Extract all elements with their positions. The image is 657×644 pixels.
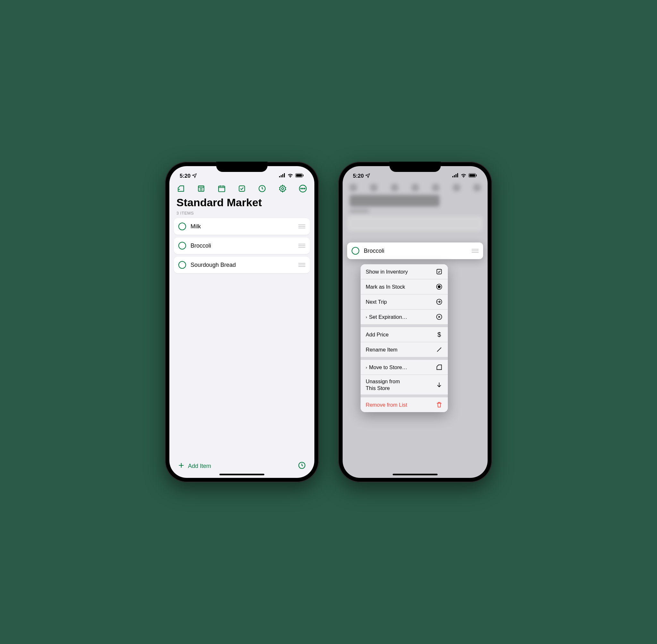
trash-icon	[436, 401, 443, 408]
location-icon	[365, 173, 370, 180]
svg-rect-2	[282, 174, 283, 177]
check-circle-icon[interactable]	[178, 223, 186, 230]
svg-rect-18	[454, 175, 455, 177]
x-circle-icon	[436, 313, 443, 320]
history-icon[interactable]	[298, 461, 306, 471]
menu-show-inventory[interactable]: Show in Inventory	[361, 264, 448, 279]
cellular-icon	[452, 173, 459, 179]
screen-left: 5:20	[169, 166, 314, 478]
svg-point-26	[438, 285, 440, 288]
items-list: Milk Broccoli Sourdough Bread	[169, 218, 314, 276]
add-item-label: Add Item	[188, 463, 211, 469]
dollar-icon: $	[436, 331, 443, 338]
menu-label: Mark as In Stock	[366, 284, 405, 290]
svg-rect-3	[284, 173, 285, 177]
menu-add-price[interactable]: Add Price $	[361, 327, 448, 342]
list-item[interactable]: Milk	[174, 218, 310, 235]
status-time: 5:20	[353, 173, 364, 179]
inventory-icon	[436, 268, 443, 275]
menu-unassign[interactable]: Unassign from This Store	[361, 375, 448, 395]
svg-rect-24	[437, 269, 442, 274]
arrow-circle-icon	[436, 298, 443, 305]
list-item[interactable]: Broccoli	[174, 237, 310, 254]
status-time: 5:20	[180, 173, 190, 179]
screen-right: 5:20 Broccoli Show in Inventory	[343, 166, 488, 478]
svg-rect-19	[456, 174, 456, 177]
items-count: 3 ITEMS	[169, 211, 314, 218]
svg-rect-8	[219, 186, 225, 191]
svg-point-11	[281, 188, 284, 190]
context-menu: Show in Inventory Mark as In Stock Next …	[361, 264, 448, 412]
svg-rect-1	[281, 175, 282, 177]
menu-label: Add Price	[366, 331, 389, 338]
drag-handle-icon[interactable]	[298, 244, 305, 248]
chevron-right-icon: ›	[366, 315, 367, 319]
checkbox-icon[interactable]	[237, 184, 246, 193]
page-title: Standard Market	[169, 196, 314, 211]
wifi-icon	[461, 173, 467, 179]
svg-point-14	[302, 188, 303, 189]
home-indicator[interactable]	[220, 474, 264, 475]
svg-rect-5	[296, 174, 302, 177]
svg-rect-22	[469, 174, 475, 177]
chevron-right-icon: ›	[366, 365, 367, 370]
menu-divider	[361, 325, 448, 327]
phone-frame-left: 5:20	[165, 162, 319, 482]
pencil-icon	[436, 346, 443, 353]
list-item[interactable]: Sourdough Bread	[174, 257, 310, 273]
item-label: Sourdough Bread	[190, 262, 294, 269]
item-label: Broccoli	[190, 243, 294, 249]
home-indicator[interactable]	[393, 474, 437, 475]
list-icon[interactable]	[197, 184, 206, 193]
battery-icon	[295, 173, 304, 179]
item-label: Milk	[190, 223, 294, 230]
menu-label: Remove from List	[366, 402, 407, 408]
menu-label: Next Trip	[366, 299, 387, 305]
menu-rename[interactable]: Rename Item	[361, 342, 448, 357]
menu-label: Move to Store…	[369, 364, 407, 370]
menu-next-trip[interactable]: Next Trip	[361, 294, 448, 309]
plus-icon	[178, 462, 185, 470]
menu-divider	[361, 395, 448, 397]
menu-move-store[interactable]: ›Move to Store…	[361, 360, 448, 375]
svg-rect-9	[239, 186, 245, 191]
item-label: Broccoli	[364, 248, 467, 254]
menu-label: Unassign from This Store	[366, 378, 400, 391]
svg-rect-0	[279, 176, 280, 177]
menu-label: Rename Item	[366, 347, 398, 353]
wifi-icon	[288, 173, 293, 179]
svg-point-15	[304, 188, 305, 189]
menu-label: Set Expiration…	[369, 314, 407, 320]
phone-frame-right: 5:20 Broccoli Show in Inventory	[338, 162, 492, 482]
gear-icon[interactable]	[278, 184, 287, 193]
cellular-icon	[279, 173, 286, 179]
menu-label: Show in Inventory	[366, 269, 408, 275]
drag-handle-icon[interactable]	[298, 263, 305, 267]
svg-rect-20	[457, 173, 458, 177]
menu-remove[interactable]: Remove from List	[361, 397, 448, 412]
arrow-down-icon	[436, 381, 443, 388]
menu-mark-in-stock[interactable]: Mark as In Stock	[361, 279, 448, 294]
location-icon	[192, 173, 197, 180]
check-circle-icon[interactable]	[178, 261, 186, 269]
battery-icon	[468, 173, 477, 179]
device-notch	[216, 162, 268, 172]
check-circle-icon[interactable]	[352, 247, 359, 255]
drag-handle-icon[interactable]	[298, 225, 305, 228]
svg-rect-23	[476, 175, 477, 177]
drag-handle-icon[interactable]	[472, 249, 479, 253]
clock-icon[interactable]	[257, 184, 267, 193]
svg-rect-6	[303, 175, 303, 177]
check-circle-icon[interactable]	[178, 242, 186, 250]
home-icon[interactable]	[177, 184, 185, 193]
device-notch	[389, 162, 441, 172]
store-icon	[436, 364, 443, 371]
top-toolbar	[169, 182, 314, 196]
calendar-icon[interactable]	[217, 184, 226, 193]
more-icon[interactable]	[298, 184, 307, 193]
target-icon	[436, 283, 443, 290]
menu-divider	[361, 357, 448, 360]
context-selected-item[interactable]: Broccoli	[347, 243, 483, 259]
add-item-button[interactable]: Add Item	[178, 462, 211, 470]
menu-set-expiration[interactable]: ›Set Expiration…	[361, 309, 448, 325]
